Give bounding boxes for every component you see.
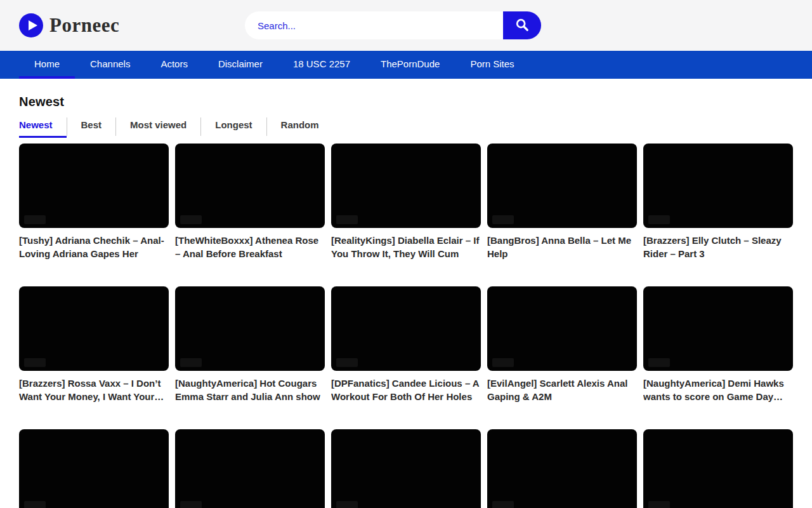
nav-item-channels[interactable]: Channels xyxy=(75,51,145,79)
duration-badge xyxy=(180,215,202,224)
video-card[interactable]: [BangBros] Anna Bella – Let Me Help xyxy=(487,144,637,260)
nav-item-disclaimer[interactable]: Disclaimer xyxy=(203,51,278,79)
duration-badge xyxy=(180,358,202,367)
nav-item-home[interactable]: Home xyxy=(19,51,75,79)
main-content: Newest Newest Best Most viewed Longest R… xyxy=(0,95,812,508)
site-logo[interactable]: Porneec xyxy=(19,0,119,51)
video-thumbnail[interactable] xyxy=(487,429,637,508)
video-thumbnail[interactable] xyxy=(175,429,325,508)
tab-longest[interactable]: Longest xyxy=(200,117,266,136)
video-card[interactable]: [NaughtyAmerica] Hot Cougars Emma Starr … xyxy=(175,286,325,403)
video-thumbnail[interactable] xyxy=(331,429,481,508)
page: Porneec Home Channels Actors Disclaimer … xyxy=(0,0,812,508)
page-title: Newest xyxy=(19,95,793,109)
tab-best[interactable]: Best xyxy=(67,117,116,136)
tab-random[interactable]: Random xyxy=(266,117,333,136)
nav-item-porn-sites[interactable]: Porn Sites xyxy=(455,51,529,79)
video-grid: [Tushy] Adriana Chechik – Anal-Loving Ad… xyxy=(19,144,793,508)
video-thumbnail[interactable] xyxy=(331,286,481,371)
video-card[interactable] xyxy=(19,429,169,508)
video-card[interactable]: [EvilAngel] Scarlett Alexis Anal Gaping … xyxy=(487,286,637,403)
video-title[interactable]: [TheWhiteBoxxx] Athenea Rose – Anal Befo… xyxy=(175,234,325,260)
video-card[interactable] xyxy=(643,429,793,508)
video-thumbnail[interactable] xyxy=(643,144,793,228)
search-input[interactable] xyxy=(245,11,503,39)
duration-badge xyxy=(492,501,514,508)
video-thumbnail[interactable] xyxy=(19,144,169,228)
video-thumbnail[interactable] xyxy=(643,429,793,508)
duration-badge xyxy=(648,501,670,508)
tab-most-viewed[interactable]: Most viewed xyxy=(115,117,200,136)
duration-badge xyxy=(336,501,358,508)
video-thumbnail[interactable] xyxy=(643,286,793,371)
video-card[interactable] xyxy=(331,429,481,508)
video-title[interactable]: [RealityKings] Diabella Eclair – If You … xyxy=(331,234,481,260)
video-title[interactable]: [EvilAngel] Scarlett Alexis Anal Gaping … xyxy=(487,377,637,403)
duration-badge xyxy=(492,358,514,367)
video-card[interactable]: [RealityKings] Diabella Eclair – If You … xyxy=(331,144,481,260)
video-title[interactable]: [BangBros] Anna Bella – Let Me Help xyxy=(487,234,637,260)
main-nav: Home Channels Actors Disclaimer 18 USC 2… xyxy=(0,51,812,79)
nav-item-theporndude[interactable]: ThePornDude xyxy=(365,51,455,79)
video-card[interactable]: [DPFanatics] Candee Licious – A Workout … xyxy=(331,286,481,403)
video-card[interactable] xyxy=(175,429,325,508)
video-card[interactable]: [Brazzers] Rossa Vaxx – I Don’t Want You… xyxy=(19,286,169,403)
site-title: Porneec xyxy=(49,14,119,37)
duration-badge xyxy=(336,358,358,367)
video-title[interactable]: [Brazzers] Elly Clutch – Sleazy Rider – … xyxy=(643,234,793,260)
duration-badge xyxy=(24,358,46,367)
nav-item-18usc2257[interactable]: 18 USC 2257 xyxy=(278,51,365,79)
video-title[interactable]: [DPFanatics] Candee Licious – A Workout … xyxy=(331,377,481,403)
video-card[interactable]: [Brazzers] Elly Clutch – Sleazy Rider – … xyxy=(643,144,793,260)
duration-badge xyxy=(648,215,670,224)
video-thumbnail[interactable] xyxy=(331,144,481,228)
sort-tabs: Newest Best Most viewed Longest Random xyxy=(19,117,793,138)
video-card[interactable]: [Tushy] Adriana Chechik – Anal-Loving Ad… xyxy=(19,144,169,260)
top-header: Porneec xyxy=(0,0,812,51)
video-thumbnail[interactable] xyxy=(487,144,637,228)
video-title[interactable]: [NaughtyAmerica] Demi Hawks wants to sco… xyxy=(643,377,793,403)
nav-item-actors[interactable]: Actors xyxy=(145,51,203,79)
video-thumbnail[interactable] xyxy=(175,286,325,371)
video-title[interactable]: [Tushy] Adriana Chechik – Anal-Loving Ad… xyxy=(19,234,169,260)
video-thumbnail[interactable] xyxy=(487,286,637,371)
search-icon xyxy=(515,18,529,34)
video-thumbnail[interactable] xyxy=(19,429,169,508)
tab-newest[interactable]: Newest xyxy=(19,117,67,138)
duration-badge xyxy=(336,215,358,224)
video-card[interactable] xyxy=(487,429,637,508)
video-card[interactable]: [NaughtyAmerica] Demi Hawks wants to sco… xyxy=(643,286,793,403)
duration-badge xyxy=(180,501,202,508)
video-thumbnail[interactable] xyxy=(19,286,169,371)
search-bar xyxy=(245,11,541,39)
play-icon xyxy=(19,13,43,37)
duration-badge xyxy=(24,215,46,224)
search-button[interactable] xyxy=(503,11,541,39)
duration-badge xyxy=(492,215,514,224)
video-thumbnail[interactable] xyxy=(175,144,325,228)
video-card[interactable]: [TheWhiteBoxxx] Athenea Rose – Anal Befo… xyxy=(175,144,325,260)
duration-badge xyxy=(648,358,670,367)
video-title[interactable]: [Brazzers] Rossa Vaxx – I Don’t Want You… xyxy=(19,377,169,403)
video-title[interactable]: [NaughtyAmerica] Hot Cougars Emma Starr … xyxy=(175,377,325,403)
duration-badge xyxy=(24,501,46,508)
